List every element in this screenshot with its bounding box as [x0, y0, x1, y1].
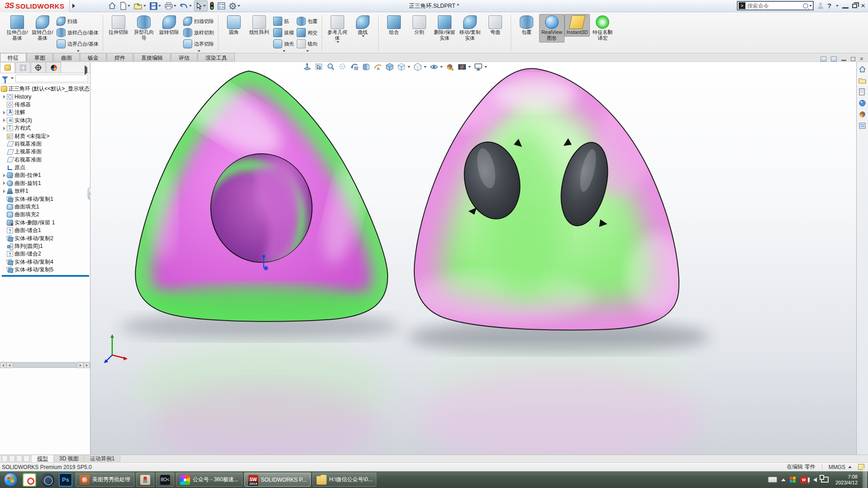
input-method-icon[interactable]	[768, 477, 777, 483]
tab-evaluate[interactable]: 评估	[171, 53, 197, 62]
wrap-button[interactable]: 包覆	[295, 16, 319, 27]
menu-expander-icon[interactable]	[71, 2, 77, 10]
taskbar-window-folder[interactable]: H:\微信公众号\0...	[313, 473, 376, 487]
extruded-boss-button[interactable]: 拉伸凸台/基体	[5, 14, 30, 43]
taskbar-window-meitu[interactable]: 美图秀秀批处理	[76, 473, 134, 487]
expander-icon[interactable]	[2, 111, 7, 114]
volume-icon[interactable]	[813, 478, 817, 482]
instant3d-button[interactable]: Instant3D	[564, 14, 590, 37]
hide-show-items-button[interactable]	[430, 63, 443, 71]
previous-view-button[interactable]	[350, 63, 359, 71]
tree-item-right-plane[interactable]: 右视基准面	[1, 156, 90, 164]
flex-button[interactable]: 弯曲	[483, 14, 508, 37]
search-caret-icon[interactable]	[809, 5, 812, 7]
tree-item-annotations[interactable]: 注解	[1, 109, 90, 116]
cut-column-caret-icon[interactable]	[198, 50, 200, 52]
restore-button[interactable]	[852, 4, 857, 8]
lofted-cut-button[interactable]: 放样切割	[182, 27, 215, 38]
rebuild-button[interactable]	[209, 0, 215, 11]
login-user-icon[interactable]	[817, 3, 824, 9]
doc-restore-button[interactable]	[851, 57, 855, 61]
tree-item-move-copy1[interactable]: 实体-移动/复制1	[1, 195, 90, 203]
extruded-cut-button[interactable]: 拉伸切除	[106, 14, 131, 37]
pane-tile-icon[interactable]	[831, 57, 837, 62]
features-column-b-caret-icon[interactable]	[306, 50, 309, 52]
prev-tab-icon[interactable]	[9, 455, 15, 462]
show-desktop-button[interactable]	[862, 471, 867, 488]
tab-3d-views[interactable]: 3D 视图	[54, 455, 85, 462]
scroll-right2-icon[interactable]	[84, 362, 90, 368]
tree-item-front-plane[interactable]: 前视基准面	[1, 140, 90, 148]
scroll-left2-icon[interactable]	[6, 362, 13, 368]
taskbar-window-browser[interactable]: 公众号 - 360极速...	[176, 473, 242, 487]
swept-cut-button[interactable]: 扫描切除	[182, 16, 215, 27]
view-settings-caret-icon[interactable]	[484, 66, 487, 68]
tab-configurations[interactable]	[31, 62, 46, 73]
expander-icon[interactable]	[2, 190, 7, 193]
boundary-boss-button[interactable]: 边界凸台/基体	[55, 38, 100, 49]
tab-features[interactable]: 特征	[0, 53, 26, 62]
edit-appearance-button[interactable]	[446, 63, 455, 71]
tree-item-surface-revolve1[interactable]: 曲面-旋转1	[1, 180, 90, 187]
solidworks-tray-icon[interactable]: W	[800, 476, 807, 483]
tree-item-surface-extrude1[interactable]: 曲面-拉伸1	[1, 171, 90, 179]
tree-horizontal-scrollbar[interactable]	[0, 362, 90, 368]
linear-pattern-button[interactable]: 线性阵列	[247, 14, 272, 37]
feature-name-macro-button[interactable]: 特征名翻译宏	[590, 14, 615, 43]
display-style-caret-icon[interactable]	[424, 66, 427, 68]
tree-item-knit2[interactable]: 曲面-缝合2	[1, 250, 90, 258]
network-icon[interactable]	[821, 477, 829, 483]
revolved-boss-button[interactable]: 旋转凸台/基体	[30, 14, 55, 43]
mirror-button[interactable]: 镜向	[295, 38, 319, 49]
view-palette-icon[interactable]	[859, 99, 866, 107]
graphics-viewport[interactable]: A	[90, 62, 856, 455]
draft-button[interactable]: 拔模	[272, 27, 295, 38]
expander-icon[interactable]	[2, 127, 7, 130]
show-hidden-icons[interactable]	[781, 479, 786, 481]
open-button[interactable]	[133, 0, 147, 11]
curves-caret-icon[interactable]	[362, 35, 365, 37]
tree-item-solid-bodies[interactable]: 实体(3)	[1, 117, 90, 124]
tree-item-surface-fill1[interactable]: 曲面填充1	[1, 203, 90, 211]
close-button[interactable]: ×	[861, 1, 865, 10]
apply-scene-caret-icon[interactable]	[468, 66, 471, 68]
intersect-button[interactable]: 相交	[295, 27, 319, 38]
lofted-boss-button[interactable]: 放样凸台/基体	[55, 27, 100, 38]
design-library-icon[interactable]	[859, 77, 866, 84]
swept-boss-button[interactable]: 扫描	[55, 16, 100, 27]
hide-show-caret-icon[interactable]	[440, 66, 443, 68]
tree-item-top-plane[interactable]: 上视基准面	[1, 148, 90, 156]
tab-motion-study[interactable]: 运动算例1	[85, 455, 121, 462]
undo-button[interactable]	[179, 0, 193, 11]
filter-caret-icon[interactable]	[11, 77, 14, 79]
tree-item-move-copy4[interactable]: 实体-移动/复制4	[1, 258, 90, 266]
doc-minimize-button[interactable]	[841, 60, 846, 61]
options-button[interactable]	[228, 0, 242, 11]
realview-button[interactable]: RealView图形	[539, 14, 564, 43]
display-settings-button[interactable]	[216, 0, 227, 11]
print-button[interactable]	[163, 0, 178, 11]
tab-sketch[interactable]: 草图	[27, 53, 53, 62]
fillet-button[interactable]: 圆角	[221, 14, 247, 37]
first-tab-icon[interactable]	[1, 455, 8, 462]
reference-geometry-caret-icon[interactable]	[337, 41, 339, 43]
tab-weldments[interactable]: 焊件	[107, 53, 133, 62]
apply-scene-button[interactable]	[458, 63, 471, 71]
expander-icon[interactable]	[2, 174, 7, 177]
taskbar-window-solidworks[interactable]: SW2019SOLIDWORKS P...	[244, 473, 311, 487]
tab-property-manager[interactable]	[15, 62, 30, 73]
file-explorer-icon[interactable]	[859, 88, 866, 95]
tree-item-equations[interactable]: 方程式	[1, 124, 90, 132]
taskbar-window-screenshot[interactable]	[136, 473, 154, 487]
hole-wizard-button[interactable]: 异型孔向导	[131, 14, 157, 43]
new-document-button[interactable]	[119, 0, 132, 11]
magnify-button[interactable]	[338, 63, 347, 71]
revolved-cut-button[interactable]: 旋转切除	[157, 14, 182, 37]
filter-funnel-icon[interactable]	[2, 76, 8, 80]
scroll-thumb[interactable]	[13, 363, 77, 368]
scroll-left-icon[interactable]	[0, 362, 6, 368]
boss-column-caret-icon[interactable]	[77, 50, 80, 52]
pinned-photoshop-icon[interactable]: Ps	[59, 473, 72, 487]
section-view-button[interactable]	[362, 63, 370, 71]
tab-render-tools[interactable]: 渲染工具	[198, 53, 235, 62]
